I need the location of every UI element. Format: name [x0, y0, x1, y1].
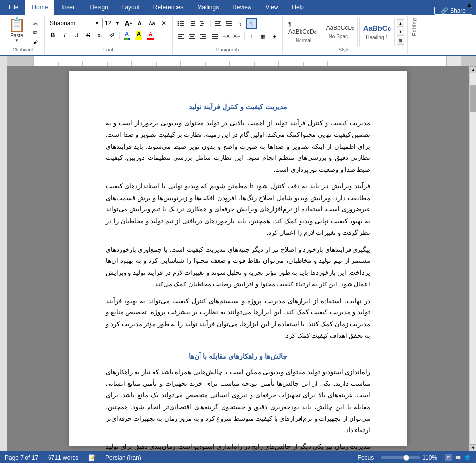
svg-rect-3 — [180, 23, 184, 24]
svg-point-2 — [178, 23, 179, 25]
proofing-icon: 📝 — [88, 454, 96, 461]
document-paragraph-1: مدیریت کیفیت و کنترل فرآیند تولید از اهم… — [106, 118, 371, 176]
svg-rect-12 — [200, 21, 203, 22]
svg-rect-30 — [202, 36, 206, 37]
numbering-button[interactable]: 1.2.3. — [187, 18, 198, 29]
svg-rect-33 — [212, 36, 218, 37]
font-grow-button[interactable]: A+ — [123, 18, 134, 28]
paste-button[interactable]: 📋 Paste ▼ — [5, 18, 28, 43]
shading-button[interactable]: ▦ — [257, 31, 268, 42]
zoom-slider-thumb[interactable] — [403, 455, 409, 461]
svg-rect-16 — [215, 23, 219, 24]
tab-references[interactable]: References — [147, 0, 190, 15]
svg-rect-27 — [190, 36, 194, 37]
editing-group: Editing ▲ — [408, 16, 421, 54]
font-color-button[interactable]: A — [145, 30, 156, 41]
ruler — [7, 56, 476, 66]
svg-rect-19 — [226, 21, 232, 22]
font-group: Shabnam ▼ 12 ▼ A+ A- Aa ✕ B I U S x₂ x² — [45, 16, 173, 54]
styles-expand-button[interactable]: ⊞ — [397, 37, 404, 45]
document-paragraph-2: فرآیند ویرایش نیز باید به دقت کنترل شود … — [106, 181, 371, 239]
bold-button[interactable]: B — [48, 30, 58, 41]
align-left-button[interactable] — [175, 31, 186, 42]
borders-button[interactable]: ⊞ — [269, 31, 279, 42]
bullets-button[interactable] — [175, 18, 186, 29]
clipboard-group: 📋 Paste ▼ ✂ ⧉ 🖌 Clipboard — [2, 16, 45, 54]
document-paragraph-3: پیگیری فرآیندهای بازخورد و اصلاح نیز از … — [106, 244, 371, 291]
ribbon-tabs: File Home Insert Design Layout Reference… — [0, 0, 476, 15]
language: Persian (Iran) — [105, 454, 141, 461]
cut-button[interactable]: ✂ — [29, 20, 41, 28]
paragraph-group: 1.2.3. ↕ ¶ — [173, 16, 283, 54]
zoom-slider[interactable] — [381, 456, 420, 459]
svg-marker-22 — [225, 22, 227, 24]
svg-rect-28 — [189, 38, 195, 39]
svg-rect-14 — [200, 25, 203, 26]
tab-home[interactable]: Home — [25, 0, 54, 15]
tab-help[interactable]: Help — [285, 0, 311, 15]
multilevel-list-button[interactable] — [198, 18, 209, 29]
ribbon: 📋 Paste ▼ ✂ ⧉ 🖌 Clipboard Shabnam ▼ — [0, 15, 476, 56]
copy-button[interactable]: ⧉ — [29, 28, 41, 37]
web-layout-button[interactable]: 🌐 — [463, 454, 471, 461]
ribbon-collapse-button[interactable]: ▲ — [466, 2, 472, 8]
document-page[interactable]: مدیریت کیفیت و کنترل فرآیند تولید مدیریت… — [69, 71, 407, 446]
svg-point-0 — [178, 21, 179, 23]
vertical-scrollbar: ▲ ▼ — [469, 66, 476, 451]
font-shrink-button[interactable]: A- — [135, 18, 146, 28]
styles-scroll-up-button[interactable]: ▲ — [397, 19, 404, 27]
scroll-thumb[interactable] — [470, 85, 476, 112]
superscript-button[interactable]: x² — [106, 30, 117, 41]
svg-rect-9 — [191, 23, 195, 24]
show-hide-button[interactable]: ¶ — [246, 18, 257, 29]
document-paragraph-4: در نهایت، استفاده از ابزارهای مدیریت پرو… — [106, 296, 371, 342]
style-no-spacing[interactable]: AaBbCcDc No Spac... — [323, 18, 358, 46]
italic-button[interactable]: I — [59, 30, 70, 41]
subscript-button[interactable]: x₂ — [95, 30, 105, 41]
tab-insert[interactable]: Insert — [54, 0, 83, 15]
zoom-level: 110% — [422, 454, 437, 461]
tab-layout[interactable]: Layout — [115, 0, 147, 15]
tab-review[interactable]: Review — [225, 0, 258, 15]
center-button[interactable] — [187, 31, 198, 42]
styles-scroll-down-button[interactable]: ▼ — [397, 28, 404, 36]
read-mode-button[interactable]: 📖 — [454, 454, 462, 461]
svg-rect-32 — [212, 34, 218, 35]
view-mode-buttons: ⊡ 📖 🌐 — [445, 454, 471, 461]
focus-label[interactable]: Focus — [358, 454, 374, 461]
tab-design[interactable]: Design — [83, 0, 115, 15]
zoom-control: 110% — [381, 454, 437, 461]
change-case-button[interactable]: Aa — [147, 18, 157, 28]
increase-indent-button[interactable] — [224, 18, 234, 29]
svg-rect-25 — [178, 38, 184, 39]
clear-formatting-button[interactable]: ✕ — [158, 18, 169, 28]
font-size-selector[interactable]: 12 ▼ — [102, 18, 122, 28]
svg-rect-5 — [180, 25, 184, 26]
text-effects-button[interactable]: A — [122, 30, 132, 41]
svg-rect-21 — [226, 25, 232, 26]
decrease-indent-button[interactable] — [212, 18, 223, 29]
svg-rect-24 — [178, 36, 182, 37]
scroll-up-button[interactable]: ▲ — [470, 66, 476, 73]
highlight-color-button[interactable]: A — [133, 30, 144, 41]
svg-rect-26 — [189, 34, 195, 35]
document-paragraph-6: مدیریت زمان نیز یکی دیگر از چالش‌های رای… — [106, 441, 371, 451]
tab-mailings[interactable]: Mailings — [190, 0, 225, 15]
scroll-down-button[interactable]: ▼ — [470, 444, 476, 451]
sort-button[interactable]: ↕ — [235, 18, 246, 29]
align-right-button[interactable] — [198, 31, 209, 42]
line-spacing-button[interactable]: ↕ — [246, 31, 257, 42]
underline-button[interactable]: U — [71, 30, 82, 41]
style-normal[interactable]: ¶ AaBbCcDd Normal — [286, 18, 321, 46]
style-heading1[interactable]: AaBbCc Heading 1 — [359, 18, 395, 46]
strikethrough-button[interactable]: S — [83, 30, 94, 41]
tab-view[interactable]: View — [259, 0, 285, 15]
rtl-button[interactable]: A→ — [232, 31, 243, 42]
tab-file[interactable]: File — [2, 0, 25, 15]
svg-rect-17 — [215, 25, 221, 26]
print-layout-button[interactable]: ⊡ — [445, 454, 452, 461]
ltr-button[interactable]: ←A — [221, 31, 231, 42]
font-name-selector[interactable]: Shabnam ▼ — [48, 18, 101, 28]
format-painter-button[interactable]: 🖌 — [29, 37, 41, 46]
justify-button[interactable] — [209, 31, 220, 42]
